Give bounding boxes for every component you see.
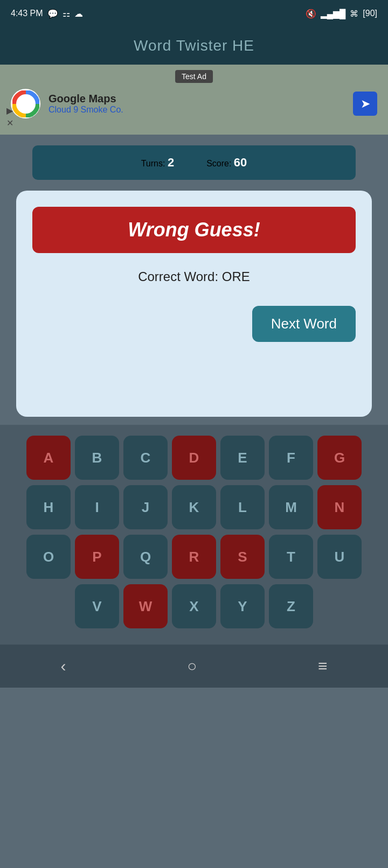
app-title: Word Twister HE bbox=[134, 37, 254, 54]
result-dialog: Wrong Guess! Correct Word: ORE Next Word bbox=[16, 191, 372, 417]
key-r[interactable]: R bbox=[172, 535, 216, 579]
ad-controls: ▶ ✕ bbox=[6, 106, 13, 128]
key-i[interactable]: I bbox=[75, 485, 119, 529]
keyboard-row-3: O P Q R S T U bbox=[5, 535, 383, 579]
next-word-button[interactable]: Next Word bbox=[252, 306, 356, 342]
status-bar-right: 🔇 ▂▄▆█ ⌘ [90] bbox=[306, 9, 377, 19]
turns-label: Turns: 2 bbox=[141, 156, 174, 170]
score-bar: Turns: 2 Score: 60 bbox=[32, 145, 356, 180]
keyboard-row-4: V W X Y Z bbox=[5, 584, 383, 628]
ad-navigation-icon[interactable]: ➤ bbox=[353, 92, 377, 116]
key-v[interactable]: V bbox=[75, 584, 119, 628]
key-h[interactable]: H bbox=[26, 485, 71, 529]
wrong-guess-banner: Wrong Guess! bbox=[32, 207, 356, 253]
key-z[interactable]: Z bbox=[269, 584, 313, 628]
key-n[interactable]: N bbox=[317, 485, 362, 529]
key-u[interactable]: U bbox=[317, 535, 362, 579]
signal-icon: ▂▄▆█ bbox=[321, 9, 346, 19]
status-bar-left: 4:43 PM 💬 ⚏ ☁ bbox=[11, 9, 83, 19]
key-x[interactable]: X bbox=[172, 584, 216, 628]
ad-close-icon[interactable]: ✕ bbox=[6, 118, 13, 128]
vibrate-icon: 🔇 bbox=[306, 9, 316, 19]
usb-icon: ⚏ bbox=[63, 9, 70, 19]
key-m[interactable]: M bbox=[269, 485, 313, 529]
menu-button[interactable]: ≡ bbox=[318, 657, 328, 675]
key-f[interactable]: F bbox=[269, 436, 313, 480]
correct-word-display: Correct Word: ORE bbox=[32, 269, 356, 284]
nav-bar: ‹ ○ ≡ bbox=[0, 645, 388, 688]
key-t[interactable]: T bbox=[269, 535, 313, 579]
score-value: 60 bbox=[234, 156, 247, 169]
back-button[interactable]: ‹ bbox=[60, 657, 66, 675]
ad-logo bbox=[11, 89, 40, 118]
status-bar: 4:43 PM 💬 ⚏ ☁ 🔇 ▂▄▆█ ⌘ [90] bbox=[0, 0, 388, 27]
key-e[interactable]: E bbox=[220, 436, 265, 480]
key-q[interactable]: Q bbox=[123, 535, 168, 579]
ad-text-block: Google Maps Cloud 9 Smoke Co. bbox=[48, 93, 345, 115]
key-s[interactable]: S bbox=[220, 535, 265, 579]
key-w[interactable]: W bbox=[123, 584, 168, 628]
key-j[interactable]: J bbox=[123, 485, 168, 529]
ad-company-name: Google Maps bbox=[48, 93, 345, 105]
battery-icon: [90] bbox=[363, 9, 377, 18]
keyboard: A B C D E F G H I J K L M N O P Q R S T … bbox=[0, 425, 388, 645]
ad-label: Test Ad bbox=[175, 70, 213, 83]
keyboard-row-2: H I J K L M N bbox=[5, 485, 383, 529]
key-b[interactable]: B bbox=[75, 436, 119, 480]
whatsapp-icon: 💬 bbox=[47, 9, 58, 19]
key-g[interactable]: G bbox=[317, 436, 362, 480]
ad-banner[interactable]: Test Ad Google Maps Cloud 9 Smoke Co. ➤ … bbox=[0, 65, 388, 135]
home-button[interactable]: ○ bbox=[187, 657, 197, 675]
key-p[interactable]: P bbox=[75, 535, 119, 579]
key-y[interactable]: Y bbox=[220, 584, 265, 628]
wifi-icon: ⌘ bbox=[350, 9, 358, 19]
key-a[interactable]: A bbox=[26, 436, 71, 480]
score-label: Score: 60 bbox=[206, 156, 247, 170]
turns-value: 2 bbox=[168, 156, 174, 169]
key-c[interactable]: C bbox=[123, 436, 168, 480]
ad-content: Google Maps Cloud 9 Smoke Co. ➤ bbox=[11, 89, 377, 118]
app-header: Word Twister HE bbox=[0, 27, 388, 65]
keyboard-row-1: A B C D E F G bbox=[5, 436, 383, 480]
key-o[interactable]: O bbox=[26, 535, 71, 579]
time-display: 4:43 PM bbox=[11, 9, 43, 18]
cloud-icon: ☁ bbox=[74, 9, 83, 19]
ad-subtitle: Cloud 9 Smoke Co. bbox=[48, 105, 345, 115]
ad-play-icon: ▶ bbox=[6, 106, 13, 116]
svg-point-1 bbox=[20, 99, 31, 109]
key-d[interactable]: D bbox=[172, 436, 216, 480]
key-l[interactable]: L bbox=[220, 485, 265, 529]
wrong-guess-text: Wrong Guess! bbox=[128, 219, 260, 241]
key-k[interactable]: K bbox=[172, 485, 216, 529]
